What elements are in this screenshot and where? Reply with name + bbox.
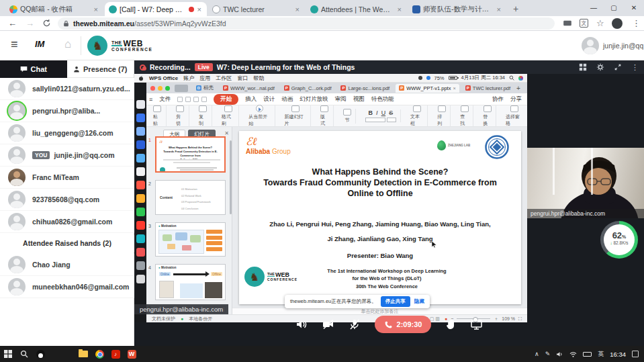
arrange-button[interactable]: 排列 xyxy=(433,105,451,127)
slide-thumbnail-1[interactable]: ℰℓ What Happens Behind the Scene?Towards… xyxy=(155,136,226,173)
back-icon[interactable]: ← xyxy=(8,18,17,28)
strikethrough-button[interactable]: S xyxy=(389,109,393,116)
wps-collab-button[interactable]: 协作 xyxy=(492,95,504,103)
find-button[interactable]: 查找 xyxy=(456,105,473,127)
selection-pane-button[interactable]: 选择窗格 xyxy=(502,105,527,127)
attendee-row[interactable]: muneebkhan046@gmail.com xyxy=(0,276,134,298)
replace-button[interactable]: 替换 xyxy=(479,105,496,127)
textbox-button[interactable]: 文本框 xyxy=(406,105,428,127)
wps-new-doc-icon[interactable]: + xyxy=(516,85,520,92)
input-language-indicator[interactable]: 英 xyxy=(598,350,604,359)
wps-menu-item[interactable]: 视图 xyxy=(353,95,365,103)
taskbar-qq-icon[interactable] xyxy=(32,346,48,362)
taskbar-chrome-icon[interactable] xyxy=(91,346,107,362)
mac-menu-app[interactable]: WPS Office xyxy=(149,75,178,81)
fullscreen-icon[interactable] xyxy=(614,63,622,71)
mac-close-light[interactable] xyxy=(150,86,155,91)
raise-hand-button[interactable] xyxy=(446,319,456,330)
browser-tab-school[interactable]: 师资队伍-数学与计算机学院 × xyxy=(408,2,506,16)
dock-photos-icon[interactable] xyxy=(136,167,145,176)
wps-file-menu-icon[interactable]: ≡ xyxy=(149,96,152,103)
mac-menu-item[interactable]: 窗口 xyxy=(237,75,248,82)
tray-network-icon[interactable] xyxy=(569,351,577,357)
settings-gear-icon[interactable] xyxy=(596,63,604,71)
font-format-group[interactable]: B I U S xyxy=(361,109,401,122)
browser-menu-icon[interactable]: ⋮ xyxy=(632,18,641,28)
mic-off-button[interactable] xyxy=(349,319,360,330)
bookmark-star-icon[interactable]: ☆ xyxy=(596,18,604,28)
tab-close-icon[interactable]: × xyxy=(196,5,203,13)
start-button[interactable] xyxy=(0,346,16,362)
wps-doc-tab[interactable]: P WWW_wor...nal.pdf xyxy=(220,84,278,93)
notification-center-icon[interactable] xyxy=(632,351,639,357)
tray-volume-icon[interactable] xyxy=(556,351,563,357)
screen-share-button[interactable] xyxy=(471,320,482,330)
window-maximize-button[interactable]: ▢ xyxy=(604,0,624,16)
wps-menu-item[interactable]: 幻灯片放映 xyxy=(300,95,328,103)
dock-music-icon[interactable] xyxy=(136,181,145,189)
browser-tab-lecturer[interactable]: TWC lecturer × xyxy=(208,2,305,16)
dock-app-icon[interactable] xyxy=(136,234,145,243)
underline-button[interactable]: U xyxy=(381,109,386,116)
dock-app-icon[interactable] xyxy=(136,248,145,257)
dock-wechat-icon[interactable] xyxy=(136,208,145,216)
wps-quick-icons[interactable] xyxy=(177,97,207,102)
call-menu-icon[interactable]: ⋮ xyxy=(631,63,639,72)
tab-close-icon[interactable]: × xyxy=(496,5,502,13)
panel-close-icon[interactable]: ✕ xyxy=(224,130,229,136)
italic-button[interactable]: I xyxy=(376,109,378,116)
speaker-button[interactable] xyxy=(296,319,308,330)
wps-menu-item[interactable]: 设计 xyxy=(263,95,275,103)
attendee-row[interactable]: Chao Jiang xyxy=(0,254,134,276)
section-button[interactable]: 节 xyxy=(339,109,356,124)
attendee-row[interactable]: 923785608@qq.com xyxy=(0,189,134,211)
miteam-logo[interactable]: IM xyxy=(35,39,44,49)
dock-app-icon[interactable] xyxy=(136,221,145,230)
wps-share-button[interactable]: 分享 xyxy=(510,95,522,103)
mac-menu-item[interactable]: 帮助 xyxy=(253,75,264,82)
profile-avatar[interactable] xyxy=(612,18,623,29)
attendee-row[interactable]: sallylin0121@saturn.yzu.ed... xyxy=(0,78,134,100)
mac-minimize-light[interactable] xyxy=(158,86,163,91)
taskbar-explorer-icon[interactable] xyxy=(75,346,91,362)
stop-sharing-button[interactable]: 停止共享 xyxy=(381,296,410,307)
attendee-row[interactable]: pengrui.hpr@aliba... xyxy=(0,100,134,122)
user-avatar[interactable] xyxy=(582,37,599,54)
layout-button[interactable]: 版式 xyxy=(316,105,334,127)
wps-docer-tab[interactable]: D 稻壳 xyxy=(193,84,217,93)
wps-doc-tab[interactable]: P TWC lecturer.pdf xyxy=(462,84,514,93)
camera-off-button[interactable] xyxy=(322,319,334,330)
wps-menu-item[interactable]: 插入 xyxy=(245,95,257,103)
taskbar-search-icon[interactable] xyxy=(16,346,32,362)
new-tab-button[interactable]: + xyxy=(513,3,518,14)
translate-icon[interactable]: 文 xyxy=(580,19,588,28)
tab-close-icon[interactable]: × xyxy=(396,5,403,13)
home-icon[interactable]: ⌂ xyxy=(64,38,71,51)
new-slide-button[interactable]: 新建幻灯片 xyxy=(281,105,311,127)
font-size-box[interactable] xyxy=(387,118,396,122)
browser-tab-attendees[interactable]: Attendees | The Web Confere × xyxy=(306,2,407,16)
cast-icon[interactable] xyxy=(563,20,572,27)
attendee-row-self[interactable]: YOU junjie.jin@qq.com xyxy=(0,144,134,167)
tab-presence[interactable]: Presence (7) xyxy=(67,60,134,78)
dock-safari-icon[interactable] xyxy=(136,140,145,149)
tab-close-icon[interactable]: × xyxy=(294,5,301,13)
dock-mail-icon[interactable] xyxy=(136,154,145,163)
attendee-row[interactable]: liu_genggeng@126.com xyxy=(0,122,134,144)
wps-home-button[interactable] xyxy=(175,85,188,92)
mac-datetime[interactable]: 4月13日 周二 16:34 xyxy=(461,75,505,81)
wps-menu-item[interactable]: 动画 xyxy=(281,95,293,103)
wps-doc-tab[interactable]: P Graph_C...ork.pdf xyxy=(281,84,335,93)
hide-banner-button[interactable]: 隐藏 xyxy=(414,298,424,305)
slide-thumbnail-2[interactable]: Content 01 Motivation 02 Related Work 03… xyxy=(155,180,226,215)
attendee-row[interactable]: Franc MiTeam xyxy=(0,167,134,189)
slide-thumbnail-3[interactable]: ● Motivation xyxy=(155,222,226,257)
wps-menu-home[interactable]: 开始 xyxy=(214,94,238,105)
doc-tab-close-icon[interactable]: × xyxy=(453,85,455,91)
panel-scrollbar[interactable] xyxy=(230,140,232,214)
wps-file-menu[interactable]: 文件 xyxy=(159,95,171,103)
tray-battery-icon[interactable] xyxy=(583,352,592,357)
tray-pen-icon[interactable]: ✎ xyxy=(545,351,551,357)
paste-button[interactable]: 粘贴 xyxy=(149,105,167,127)
cut-button[interactable]: 剪切 xyxy=(172,105,189,127)
